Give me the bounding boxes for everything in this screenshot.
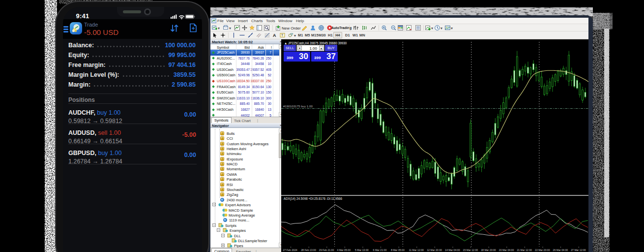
svg-text:4 Mar 05:00: 4 Mar 05:00 (337, 249, 351, 252)
svg-text:11 Mar 12:00: 11 Mar 12:00 (409, 249, 424, 252)
svg-text:28 Feb 13:00: 28 Feb 13:00 (301, 249, 316, 252)
svg-text:6 Mar 21:00: 6 Mar 21:00 (373, 249, 387, 252)
svg-text:21 Mar 12:00: 21 Mar 12:00 (517, 249, 532, 252)
svg-text:20 Mar 04:00: 20 Mar 04:00 (499, 249, 514, 252)
svg-text:18 Mar 20:00: 18 Mar 20:00 (481, 249, 496, 252)
svg-text:8 Mar 05:00: 8 Mar 05:00 (391, 249, 405, 252)
svg-text:15 Mar 12:00: 15 Mar 12:00 (463, 249, 478, 252)
svg-text:T: T (281, 33, 284, 37)
svg-text:29 Feb 21:00: 29 Feb 21:00 (319, 249, 334, 252)
svg-text:14 Mar 04:00: 14 Mar 04:00 (445, 249, 460, 252)
svg-text:#190103175 buy 1.00: #190103175 buy 1.00 (283, 104, 313, 108)
svg-text:ADX(14) 24.5098 +DI:25.8176: ADX(14) 24.5098 +DI:25.8176 -DI:11.9566 (284, 197, 343, 201)
svg-text:27 Mar 12:00: 27 Mar 12:00 (571, 249, 586, 252)
svg-text:27 Feb 2024: 27 Feb 2024 (283, 249, 297, 252)
svg-text:22 Mar 20:00: 22 Mar 20:00 (535, 249, 550, 252)
svg-text:26 Mar 04:00: 26 Mar 04:00 (553, 249, 568, 252)
svg-text:12 Mar 20:00: 12 Mar 20:00 (427, 249, 442, 252)
svg-text:5 Mar 13:00: 5 Mar 13:00 (355, 249, 369, 252)
svg-text:▲ JP225Cash,H4 39875 39945 39: ▲ JP225Cash,H4 39875 39945 39840 39930 (284, 41, 347, 45)
